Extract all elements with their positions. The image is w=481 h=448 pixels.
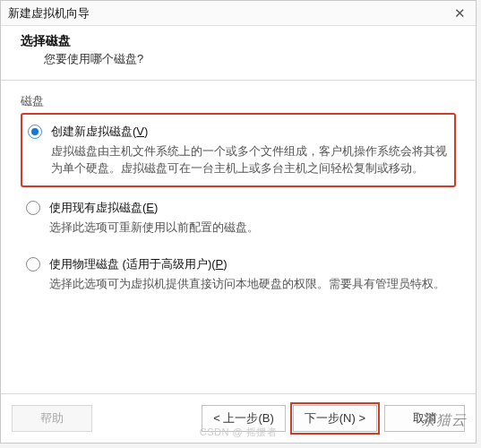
radio-option-use-physical-disk[interactable]: 使用物理磁盘 (适用于高级用户)(P) 选择此选项可为虚拟机提供直接访问本地硬盘… [21, 247, 456, 300]
wizard-footer: 帮助 < 上一步(B) 下一步(N) > 取消 [1, 393, 476, 443]
next-button[interactable]: 下一步(N) > [293, 405, 377, 432]
radio-icon [28, 125, 42, 139]
radio-description: 选择此选项可为虚拟机提供直接访问本地硬盘的权限。需要具有管理员特权。 [49, 276, 451, 293]
wizard-content: 磁盘 创建新虚拟磁盘(V) 虚拟磁盘由主机文件系统上的一个或多个文件组成，客户机… [1, 81, 476, 393]
window-title: 新建虚拟机向导 [8, 5, 451, 22]
radio-option-use-existing-disk[interactable]: 使用现有虚拟磁盘(E) 选择此选项可重新使用以前配置的磁盘。 [21, 191, 456, 244]
wizard-window: 新建虚拟机向导 ✕ 选择磁盘 您要使用哪个磁盘? 磁盘 创建新虚拟磁盘(V) 虚… [0, 0, 477, 444]
radio-option-create-new-disk[interactable]: 创建新虚拟磁盘(V) 虚拟磁盘由主机文件系统上的一个或多个文件组成，客户机操作系… [21, 113, 456, 187]
title-bar: 新建虚拟机向导 ✕ [1, 1, 476, 26]
page-subtitle: 您要使用哪个磁盘? [21, 51, 463, 67]
close-button[interactable]: ✕ [451, 4, 468, 22]
radio-description: 虚拟磁盘由主机文件系统上的一个或多个文件组成，客户机操作系统会将其视为单个硬盘。… [51, 143, 449, 178]
page-title: 选择磁盘 [21, 33, 463, 49]
back-button[interactable]: < 上一步(B) [202, 405, 286, 432]
group-label-disk: 磁盘 [21, 93, 456, 109]
radio-label: 创建新虚拟磁盘(V) [51, 124, 449, 140]
wizard-header: 选择磁盘 您要使用哪个磁盘? [1, 26, 476, 81]
radio-icon [26, 201, 40, 215]
radio-label: 使用现有虚拟磁盘(E) [49, 200, 451, 216]
cancel-button[interactable]: 取消 [384, 405, 465, 432]
close-icon: ✕ [454, 6, 466, 20]
radio-label: 使用物理磁盘 (适用于高级用户)(P) [49, 256, 451, 272]
radio-icon [26, 257, 40, 271]
help-button[interactable]: 帮助 [12, 405, 92, 432]
radio-description: 选择此选项可重新使用以前配置的磁盘。 [49, 220, 451, 237]
